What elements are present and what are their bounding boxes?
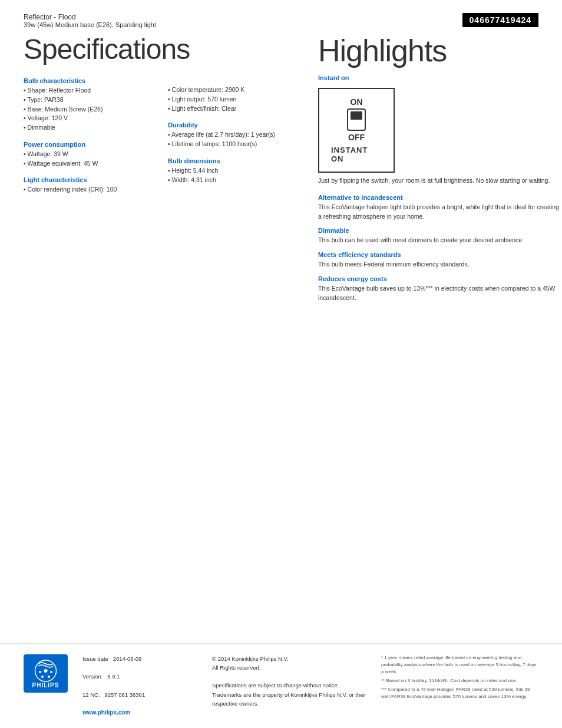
note3: *** Compared to a 45 watt Halogen PAR38 … bbox=[381, 686, 538, 700]
power-consumption-section: Power consumption • Wattage: 39 W • Watt… bbox=[24, 141, 150, 169]
barcode-box: 046677419424 bbox=[462, 13, 538, 27]
efficiency-desc: This bulb meets Federal minimum efficien… bbox=[318, 260, 560, 269]
dimmable-desc: This bulb can be used with most dimmers … bbox=[318, 236, 560, 245]
instant-on-graphic: ON OFF INSTANT ON bbox=[318, 88, 395, 173]
bulb-char-item-5: • Dimmable bbox=[24, 123, 150, 133]
highlights-column: Highlights Instant on ON OFF INSTANT ON … bbox=[306, 28, 560, 308]
light-output-section: • Color temperature: 2900 K • Light outp… bbox=[168, 77, 295, 113]
dimensions-item-1: • Height: 5.44 inch bbox=[168, 166, 295, 176]
note2: ** Based on 3 hrs/day, 11¢/kWh. Cost dep… bbox=[381, 677, 538, 684]
highlights-title: Highlights bbox=[318, 33, 560, 68]
power-consumption-title: Power consumption bbox=[24, 141, 150, 148]
bulb-char-item-4: • Voltage: 120 V bbox=[24, 114, 150, 123]
rights: All Rights reserved. bbox=[212, 663, 369, 672]
power-item-2: • Wattage equivalent: 45 W bbox=[24, 159, 150, 169]
footer-info: Issue date 2014-08-09 Version: 5.0.1 12 … bbox=[82, 654, 200, 717]
copyright: © 2014 Koninklijke Philips N.V. bbox=[212, 654, 369, 663]
philips-logo: PHILIPS bbox=[24, 654, 71, 695]
version-row: Version: 5.0.1 bbox=[82, 672, 200, 681]
switch-off-label: OFF bbox=[348, 133, 365, 142]
svg-rect-1 bbox=[351, 111, 362, 120]
switch-icon bbox=[345, 108, 368, 131]
bulb-char-item-1: • Shape: Reflector Flood bbox=[24, 86, 150, 95]
product-line: Reflector - Flood bbox=[24, 13, 156, 21]
dimmable-title: Dimmable bbox=[318, 227, 560, 234]
specs-col-right: • Color temperature: 2900 K • Light outp… bbox=[168, 77, 295, 203]
version-value: 5.0.1 bbox=[107, 673, 120, 680]
product-subtitle: Reflector - Flood 39w (45w) Medium base … bbox=[24, 13, 156, 28]
bulb-char-item-2: • Type: PAR38 bbox=[24, 95, 150, 105]
philips-logo-svg: PHILIPS bbox=[24, 654, 68, 693]
power-item-1: • Wattage: 39 W bbox=[24, 150, 150, 159]
nc-label: 12 NC: bbox=[82, 691, 100, 698]
switch-on-label: ON bbox=[351, 97, 363, 107]
footer: PHILIPS Issue date 2014-08-09 bbox=[0, 643, 562, 728]
specs-title: Specifications bbox=[24, 33, 295, 65]
energy-desc: This EcoVantage bulb saves up to 13%*** … bbox=[318, 284, 560, 303]
note1: * 1 year means rated average life based … bbox=[381, 654, 538, 676]
light-char-item-1: • Color rendering index (CRI): 100 bbox=[24, 185, 150, 195]
top-bar: Reflector - Flood 39w (45w) Medium base … bbox=[0, 0, 562, 28]
nc-value: 9257 061 36301 bbox=[105, 691, 146, 698]
issue-label: Issue date bbox=[82, 655, 108, 662]
bulb-characteristics-section: Bulb characteristics • Shape: Reflector … bbox=[24, 77, 150, 133]
instant-on-title: Instant on bbox=[318, 74, 560, 81]
durability-title: Durability bbox=[168, 121, 295, 129]
svg-point-6 bbox=[39, 671, 41, 673]
light-out-item-3: • Light effect/finish: Clear bbox=[168, 104, 295, 114]
svg-point-8 bbox=[41, 676, 44, 678]
svg-point-7 bbox=[50, 671, 52, 673]
bulb-char-item-3: • Base: Medium Screw (E26) bbox=[24, 105, 150, 114]
instant-on-text: INSTANT ON bbox=[331, 146, 382, 163]
footer-notes: * 1 year means rated average life based … bbox=[381, 654, 538, 700]
instant-on-desc: Just by flipping the switch, your room i… bbox=[318, 176, 560, 186]
switch-graphic: ON OFF bbox=[345, 97, 368, 142]
alternative-desc: This EcoVantage halogen light bulb provi… bbox=[318, 203, 560, 222]
svg-point-9 bbox=[48, 676, 50, 678]
svg-point-5 bbox=[44, 669, 48, 673]
version-label: Version: bbox=[82, 673, 103, 680]
durability-item-1: • Average life (at 2.7 hrs/day): 1 year(… bbox=[168, 130, 295, 140]
durability-section: Durability • Average life (at 2.7 hrs/da… bbox=[168, 121, 295, 149]
nc-row: 12 NC: 9257 061 36301 bbox=[82, 690, 200, 699]
light-out-item-2: • Light output: 570 lumen bbox=[168, 95, 295, 104]
legal-text: Specifications are subject to change wit… bbox=[212, 681, 369, 708]
footer-legal: © 2014 Koninklijke Philips N.V. All Righ… bbox=[212, 654, 369, 708]
specifications-column: Specifications Bulb characteristics • Sh… bbox=[24, 28, 306, 308]
light-characteristics-section: Light characteristics • Color rendering … bbox=[24, 176, 150, 195]
specs-col-left: Bulb characteristics • Shape: Reflector … bbox=[24, 77, 150, 203]
energy-title: Reduces energy costs bbox=[318, 275, 560, 282]
light-out-item-1: • Color temperature: 2900 K bbox=[168, 85, 295, 95]
svg-text:PHILIPS: PHILIPS bbox=[32, 682, 59, 689]
bulb-dimensions-section: Bulb dimensions • Height: 5.44 inch • Wi… bbox=[168, 157, 295, 185]
product-desc: 39w (45w) Medium base (E26), Sparkling l… bbox=[24, 21, 156, 28]
durability-item-2: • Lifetime of lamps: 1100 hour(s) bbox=[168, 140, 295, 149]
website-link[interactable]: www.philips.com bbox=[82, 709, 130, 716]
alternative-title: Alternative to incandescent bbox=[318, 194, 560, 201]
main-content: Specifications Bulb characteristics • Sh… bbox=[0, 28, 562, 308]
issue-date: 2014-08-09 bbox=[113, 655, 142, 662]
bulb-dimensions-title: Bulb dimensions bbox=[168, 157, 295, 164]
efficiency-title: Meets efficiency standards bbox=[318, 251, 560, 258]
specs-grid: Bulb characteristics • Shape: Reflector … bbox=[24, 77, 295, 203]
bulb-characteristics-title: Bulb characteristics bbox=[24, 77, 150, 84]
page: Reflector - Flood 39w (45w) Medium base … bbox=[0, 0, 562, 728]
dimensions-item-2: • Width: 4.31 inch bbox=[168, 176, 295, 185]
light-characteristics-title: Light characteristics bbox=[24, 176, 150, 183]
issue-date-row: Issue date 2014-08-09 bbox=[82, 654, 200, 663]
